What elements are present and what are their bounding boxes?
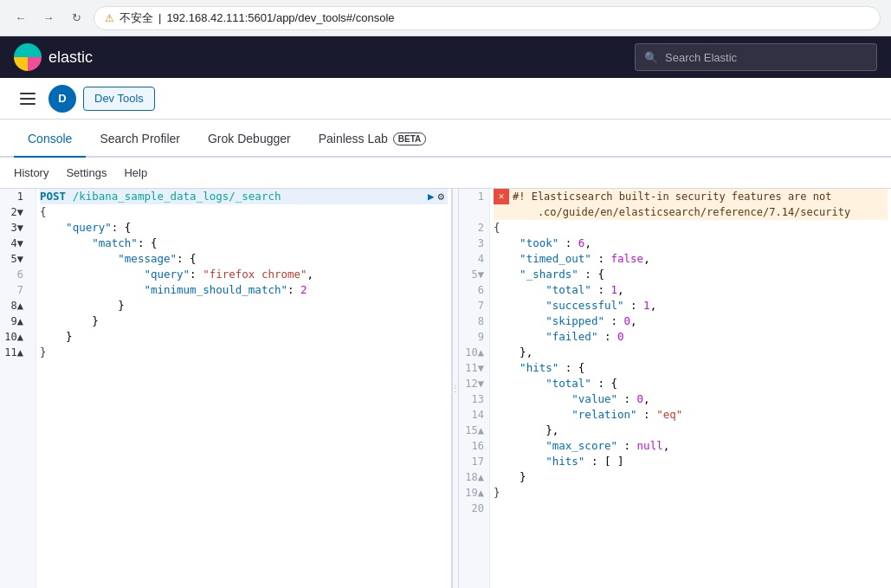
output-line-3: "took" : 6,: [494, 236, 888, 251]
editor-line-9: }: [40, 313, 448, 329]
dev-tools-button[interactable]: Dev Tools: [83, 87, 155, 111]
tab-painless-lab[interactable]: Painless Lab BETA: [305, 121, 441, 158]
toolbar: History Settings Help: [0, 158, 891, 189]
output-line-18: }: [494, 469, 888, 485]
output-line-14: "relation" : "eq": [494, 407, 888, 423]
output-line-9: "failed" : 0: [494, 329, 888, 345]
editor-line-numbers: 1 2▼ 3▼ 4▼ 5▼ 6 7 8▲ 9▲ 10▲ 11▲: [0, 189, 36, 588]
tab-bar: Console Search Profiler Grok Debugger Pa…: [0, 120, 891, 158]
out-ln-15: 14: [459, 407, 489, 423]
out-ln-18: 17: [459, 454, 489, 469]
out-ln-21: 20: [459, 501, 489, 516]
editor-code-content[interactable]: POST /kibana_sample_data_logs/_search ▶ …: [36, 189, 451, 588]
beta-badge: BETA: [393, 132, 426, 145]
editor-line-4: "match": {: [40, 236, 448, 251]
output-line-7: "successful" : 1,: [494, 298, 888, 313]
output-line-2: {: [494, 220, 888, 236]
editor-line-3: "query": {: [40, 220, 448, 236]
toolbar-help[interactable]: Help: [124, 166, 147, 179]
editor-line-2: {: [40, 204, 448, 220]
forward-button[interactable]: →: [38, 8, 59, 29]
toolbar-settings[interactable]: Settings: [66, 166, 107, 179]
search-elastic-box[interactable]: 🔍 Search Elastic: [635, 43, 877, 71]
top-nav: elastic 🔍 Search Elastic: [0, 36, 891, 78]
output-warning-line-1: ✕ #! Elasticsearch built-in security fea…: [494, 189, 888, 204]
ln-9: 9▲: [0, 313, 29, 329]
output-warning-line-2: .co/guide/en/elasticsearch/reference/7.1…: [494, 204, 888, 220]
output-code-content: ✕ #! Elasticsearch built-in security fea…: [490, 189, 891, 588]
out-ln-2: [459, 204, 489, 220]
editor-panel: 1 2▼ 3▼ 4▼ 5▼ 6 7 8▲ 9▲ 10▲ 11▲ POST /ki…: [0, 189, 452, 588]
security-text: 不安全: [119, 10, 153, 26]
reload-button[interactable]: ↻: [66, 8, 87, 29]
output-line-11: "hits" : {: [494, 360, 888, 376]
out-ln-13: 12▼: [459, 376, 489, 391]
out-ln-1: 1: [459, 189, 489, 204]
elastic-logo-icon: [14, 43, 42, 71]
elastic-logo-text: elastic: [48, 48, 93, 67]
out-ln-19: 18▲: [459, 469, 489, 485]
out-ln-14: 13: [459, 391, 489, 407]
output-line-4: "timed_out" : false,: [494, 251, 888, 267]
out-ln-20: 19▲: [459, 485, 489, 501]
svg-rect-0: [20, 93, 36, 94]
output-line-20: [494, 501, 888, 516]
output-line-16: "max_score" : null,: [494, 438, 888, 454]
user-avatar[interactable]: D: [48, 85, 76, 113]
editor-line-7: "minimum_should_match": 2: [40, 282, 448, 298]
editor-line-6: "query": "firefox chrome",: [40, 267, 448, 282]
back-button[interactable]: ←: [10, 8, 31, 29]
out-ln-5: 4: [459, 251, 489, 267]
tab-console[interactable]: Console: [14, 121, 86, 158]
ln-3: 3▼: [0, 220, 29, 236]
out-ln-17: 16: [459, 438, 489, 454]
svg-rect-1: [20, 98, 36, 100]
out-ln-11: 10▲: [459, 345, 489, 360]
out-ln-3: 2: [459, 220, 489, 236]
ln-10: 10▲: [0, 329, 29, 345]
ln-6: 6: [0, 267, 29, 282]
ln-1: 1: [0, 189, 29, 204]
ln-8: 8▲: [0, 298, 29, 313]
ln-2: 2▼: [0, 204, 29, 220]
ln-4: 4▼: [0, 236, 29, 251]
hamburger-button[interactable]: [14, 85, 42, 113]
out-ln-6: 5▼: [459, 267, 489, 282]
output-line-12: "total" : {: [494, 376, 888, 391]
out-ln-12: 11▼: [459, 360, 489, 376]
editor-line-1: POST /kibana_sample_data_logs/_search ▶ …: [40, 189, 448, 204]
elastic-logo[interactable]: elastic: [14, 43, 93, 71]
output-line-8: "skipped" : 0,: [494, 313, 888, 329]
out-ln-10: 9: [459, 329, 489, 345]
warning-x-icon: ✕: [494, 189, 509, 204]
wrench-icon[interactable]: ⚙: [437, 189, 444, 204]
url-separator: |: [158, 11, 161, 24]
ln-11: 11▲: [0, 345, 29, 360]
output-line-10: },: [494, 345, 888, 360]
editor-line-5: "message": {: [40, 251, 448, 267]
out-ln-9: 8: [459, 313, 489, 329]
tab-grok-debugger[interactable]: Grok Debugger: [194, 121, 305, 158]
editor-line-11: }: [40, 345, 448, 360]
out-ln-8: 7: [459, 298, 489, 313]
main-content: 1 2▼ 3▼ 4▼ 5▼ 6 7 8▲ 9▲ 10▲ 11▲ POST /ki…: [0, 189, 891, 588]
panel-resizer[interactable]: ⋮: [452, 189, 459, 588]
editor-line-10: }: [40, 329, 448, 345]
output-line-5: "_shards" : {: [494, 267, 888, 282]
toolbar-history[interactable]: History: [14, 166, 48, 179]
output-line-19: }: [494, 485, 888, 501]
out-ln-4: 3: [459, 236, 489, 251]
out-ln-16: 15▲: [459, 423, 489, 438]
address-bar[interactable]: ⚠ 不安全 | 192.168.42.111:5601/app/dev_tool…: [94, 6, 881, 30]
browser-bar: ← → ↻ ⚠ 不安全 | 192.168.42.111:5601/app/de…: [0, 0, 891, 36]
hamburger-icon: [20, 93, 36, 105]
output-line-13: "value" : 0,: [494, 391, 888, 407]
output-line-15: },: [494, 423, 888, 438]
tab-search-profiler[interactable]: Search Profiler: [86, 121, 194, 158]
run-icon[interactable]: ▶: [428, 189, 435, 204]
output-line-numbers: 1 2 3 4 5▼ 6 7 8 9 10▲ 11▼ 12▼ 13 14 15▲…: [459, 189, 490, 588]
editor-line-8: }: [40, 298, 448, 313]
output-line-6: "total" : 1,: [494, 282, 888, 298]
ln-7: 7: [0, 282, 29, 298]
out-ln-7: 6: [459, 282, 489, 298]
